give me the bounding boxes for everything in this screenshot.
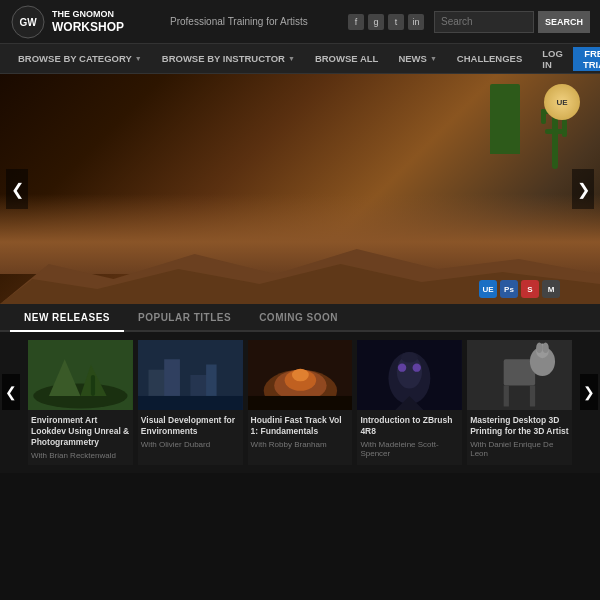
svg-rect-16 xyxy=(164,359,180,396)
svg-rect-18 xyxy=(206,365,216,396)
logo-text: THE GNOMON WORKSHOP xyxy=(52,9,124,34)
grid-next-button[interactable]: ❯ xyxy=(580,374,598,410)
header: GW THE GNOMON WORKSHOP Professional Trai… xyxy=(0,0,600,44)
svg-rect-36 xyxy=(530,385,535,406)
googleplus-icon[interactable]: g xyxy=(368,14,384,30)
nav-browse-instructor[interactable]: BROWSE BY INSTRUCTOR ▼ xyxy=(152,44,305,74)
svg-point-29 xyxy=(398,363,406,371)
nav-challenges[interactable]: CHALLENGES xyxy=(447,44,532,74)
grid-prev-button[interactable]: ❮ xyxy=(2,374,20,410)
search-area: SEARCH xyxy=(434,11,590,33)
svg-rect-19 xyxy=(138,396,243,410)
product-card[interactable]: Visual Development for Environments With… xyxy=(138,340,243,465)
product-card[interactable]: Houdini Fast Track Vol 1: Fundamentals W… xyxy=(248,340,353,465)
badge-ps: Ps xyxy=(500,280,518,298)
svg-point-39 xyxy=(536,343,542,353)
product-thumbnail xyxy=(467,340,572,410)
tagline: Professional Training for Artists xyxy=(160,16,348,27)
product-author: With Robby Branham xyxy=(251,440,350,449)
hero-image xyxy=(0,74,600,304)
hero-badges: UE Ps S M xyxy=(479,280,560,298)
svg-text:GW: GW xyxy=(19,17,37,28)
svg-rect-13 xyxy=(91,375,95,396)
nav-browse-category[interactable]: BROWSE BY CATEGORY ▼ xyxy=(8,44,152,74)
product-info: Houdini Fast Track Vol 1: Fundamentals W… xyxy=(248,410,353,454)
product-author: With Daniel Enrique De Leon xyxy=(470,440,569,458)
product-info: Mastering Desktop 3D Printing for the 3D… xyxy=(467,410,572,463)
product-thumbnail xyxy=(248,340,353,410)
logo-icon: GW xyxy=(10,4,46,40)
twitter-icon[interactable]: t xyxy=(388,14,404,30)
nav-news[interactable]: NEWS ▼ xyxy=(388,44,446,74)
search-input[interactable] xyxy=(434,11,534,33)
product-author: With Olivier Dubard xyxy=(141,440,240,449)
product-title: Introduction to ZBrush 4R8 xyxy=(360,415,459,437)
hero-prev-button[interactable]: ❮ xyxy=(6,169,28,209)
svg-rect-4 xyxy=(541,109,546,124)
product-title: Visual Development for Environments xyxy=(141,415,240,437)
search-button[interactable]: SEARCH xyxy=(538,11,590,33)
svg-rect-6 xyxy=(562,119,567,137)
product-thumbnail xyxy=(138,340,243,410)
badge-m: M xyxy=(542,280,560,298)
free-trial-button[interactable]: FREE TRIAL xyxy=(573,47,600,71)
product-card[interactable]: Introduction to ZBrush 4R8 With Madelein… xyxy=(357,340,462,465)
product-author: With Brian Recktenwald xyxy=(31,451,130,460)
compass-icon: UE xyxy=(544,84,580,120)
chevron-down-icon: ▼ xyxy=(430,55,437,62)
product-card[interactable]: Environment Art Lookdev Using Unreal & P… xyxy=(28,340,133,465)
svg-point-24 xyxy=(292,369,309,382)
svg-point-10 xyxy=(33,383,127,408)
product-title: Mastering Desktop 3D Printing for the 3D… xyxy=(470,415,569,437)
chevron-down-icon: ▼ xyxy=(288,55,295,62)
product-thumbnail xyxy=(357,340,462,410)
social-icons: f g t in xyxy=(348,14,424,30)
product-info: Introduction to ZBrush 4R8 With Madelein… xyxy=(357,410,462,463)
product-info: Environment Art Lookdev Using Unreal & P… xyxy=(28,410,133,465)
products-grid: Environment Art Lookdev Using Unreal & P… xyxy=(4,340,596,465)
badge-s: S xyxy=(521,280,539,298)
product-card[interactable]: Mastering Desktop 3D Printing for the 3D… xyxy=(467,340,572,465)
hero-next-button[interactable]: ❯ xyxy=(572,169,594,209)
product-title: Environment Art Lookdev Using Unreal & P… xyxy=(31,415,130,448)
product-author: With Madeleine Scott-Spencer xyxy=(360,440,459,458)
tab-new-releases[interactable]: NEW RELEASES xyxy=(10,304,124,332)
badge-ue: UE xyxy=(479,280,497,298)
tab-coming-soon[interactable]: COMING SOON xyxy=(245,303,352,331)
svg-rect-25 xyxy=(248,396,353,410)
tab-popular-titles[interactable]: POPULAR TITLES xyxy=(124,303,245,331)
product-thumbnail xyxy=(28,340,133,410)
product-title: Houdini Fast Track Vol 1: Fundamentals xyxy=(251,415,350,437)
logo-area: GW THE GNOMON WORKSHOP xyxy=(10,4,160,40)
instagram-icon[interactable]: in xyxy=(408,14,424,30)
svg-rect-35 xyxy=(504,385,509,406)
svg-point-40 xyxy=(543,343,549,353)
facebook-icon[interactable]: f xyxy=(348,14,364,30)
nav-browse-all[interactable]: BROWSE ALL xyxy=(305,44,389,74)
svg-point-32 xyxy=(401,352,418,362)
hero-banner: ❮ ❯ UE UE Ps S M xyxy=(0,74,600,304)
svg-point-30 xyxy=(413,363,421,371)
products-section: ❮ Environment Art Lookdev Using Unreal &… xyxy=(0,332,600,473)
login-button[interactable]: LOG IN xyxy=(532,44,573,74)
navigation: BROWSE BY CATEGORY ▼ BROWSE BY INSTRUCTO… xyxy=(0,44,600,74)
content-tabs: NEW RELEASES POPULAR TITLES COMING SOON xyxy=(0,304,600,332)
product-info: Visual Development for Environments With… xyxy=(138,410,243,454)
chevron-down-icon: ▼ xyxy=(135,55,142,62)
